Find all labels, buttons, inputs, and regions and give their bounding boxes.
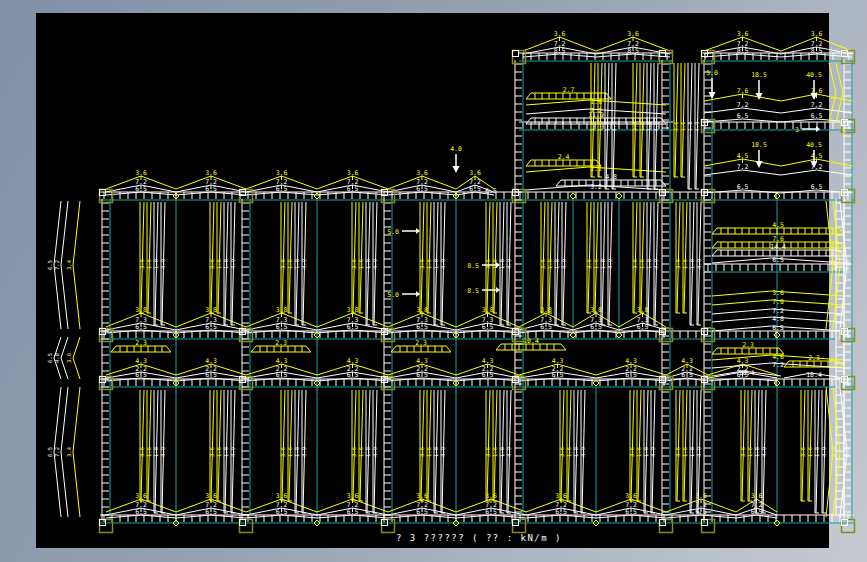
svg-text:10.4: 10.4: [806, 371, 822, 379]
svg-text:3.0: 3.0: [66, 353, 72, 363]
svg-text:8.5: 8.5: [627, 47, 639, 55]
svg-text:1.8: 1.8: [689, 259, 695, 269]
svg-text:6.5: 6.5: [135, 371, 147, 379]
svg-text:1.8: 1.8: [153, 447, 159, 457]
svg-text:7.2: 7.2: [737, 163, 749, 171]
svg-text:6.5: 6.5: [205, 508, 217, 516]
svg-text:4.5: 4.5: [772, 221, 784, 229]
svg-text:3.6: 3.6: [772, 289, 784, 297]
svg-text:3.6: 3.6: [280, 447, 286, 457]
svg-text:1.6: 1.6: [146, 447, 152, 457]
svg-text:1.6: 1.6: [216, 447, 222, 457]
svg-text:3.6: 3.6: [540, 259, 546, 269]
svg-text:3.6: 3.6: [675, 447, 681, 457]
svg-text:4.9: 4.9: [372, 447, 378, 457]
svg-text:1.6: 1.6: [747, 447, 753, 457]
svg-text:5.0: 5.0: [387, 228, 399, 236]
svg-text:4.6: 4.6: [772, 353, 784, 361]
svg-text:4.9: 4.9: [506, 259, 512, 269]
edge-load-envelope: 3.47.26.53.04.86.53.47.26.52.36.52.36.5: [47, 63, 850, 517]
svg-text:1.6: 1.6: [547, 259, 553, 269]
svg-text:40.5: 40.5: [806, 141, 822, 149]
svg-text:1.6: 1.6: [426, 259, 432, 269]
svg-text:4.9: 4.9: [650, 447, 656, 457]
svg-text:6.5: 6.5: [552, 371, 564, 379]
svg-text:6.5: 6.5: [205, 323, 217, 331]
svg-text:3.4: 3.4: [66, 446, 72, 457]
svg-text:3.6: 3.6: [559, 447, 565, 457]
svg-text:4.3: 4.3: [681, 357, 693, 365]
svg-text:3.6: 3.6: [590, 122, 596, 132]
svg-text:18.5: 18.5: [751, 71, 767, 79]
svg-text:2.3: 2.3: [135, 339, 147, 347]
svg-text:6.5: 6.5: [205, 371, 217, 379]
svg-text:1.8: 1.8: [600, 259, 606, 269]
svg-text:2.3: 2.3: [830, 447, 836, 457]
svg-text:3.6: 3.6: [811, 30, 823, 38]
svg-text:3.2: 3.2: [590, 183, 602, 191]
svg-text:3.6: 3.6: [469, 169, 481, 177]
svg-text:1.6: 1.6: [639, 259, 645, 269]
svg-text:7.2: 7.2: [737, 101, 749, 109]
load-envelope-hump: 3.63.63.63.63.63.67.27.27.27.27.27.26.56…: [106, 30, 852, 519]
svg-text:1.8: 1.8: [814, 447, 820, 457]
svg-text:4.9: 4.9: [821, 447, 827, 457]
svg-text:3.6: 3.6: [673, 122, 679, 132]
svg-text:6.5: 6.5: [347, 185, 359, 193]
svg-text:3.6: 3.6: [209, 259, 215, 269]
svg-text:3.6: 3.6: [485, 259, 491, 269]
svg-text:7.2: 7.2: [772, 361, 784, 369]
drawing-caption: ? 3 ?????? ( ?? : kN/m ): [396, 533, 562, 543]
svg-text:4.5: 4.5: [737, 152, 749, 160]
svg-text:6.5: 6.5: [625, 371, 637, 379]
svg-text:1.8: 1.8: [223, 259, 229, 269]
svg-text:6.5: 6.5: [737, 112, 749, 120]
svg-text:3.4: 3.4: [66, 259, 72, 270]
svg-text:8.5: 8.5: [554, 47, 566, 55]
svg-text:4.8: 4.8: [605, 173, 617, 181]
svg-text:1.6: 1.6: [358, 447, 364, 457]
svg-text:3.6: 3.6: [205, 169, 217, 177]
drawing-canvas[interactable]: 3.63.63.63.63.63.67.27.27.27.27.27.26.56…: [36, 13, 829, 548]
svg-text:3.8: 3.8: [416, 306, 428, 314]
svg-text:5: 5: [842, 127, 846, 135]
svg-text:2.3: 2.3: [275, 339, 287, 347]
svg-text:4.3: 4.3: [347, 357, 359, 365]
svg-text:7.2: 7.2: [772, 307, 784, 315]
svg-text:4.3: 4.3: [276, 357, 288, 365]
svg-text:1.8: 1.8: [754, 447, 760, 457]
svg-text:4.9: 4.9: [230, 259, 236, 269]
svg-text:1.6: 1.6: [680, 122, 686, 132]
svg-text:3.6: 3.6: [740, 447, 746, 457]
svg-text:3.6: 3.6: [351, 447, 357, 457]
svg-text:4.0: 4.0: [450, 145, 462, 153]
svg-text:4.9: 4.9: [506, 447, 512, 457]
svg-text:1.8: 1.8: [223, 447, 229, 457]
svg-text:3.6: 3.6: [135, 169, 147, 177]
svg-text:4.5: 4.5: [811, 152, 823, 160]
svg-text:1.6: 1.6: [682, 259, 688, 269]
svg-text:3.6: 3.6: [419, 259, 425, 269]
svg-text:3.6: 3.6: [632, 122, 638, 132]
svg-text:1.8: 1.8: [646, 122, 652, 132]
svg-text:6.5: 6.5: [276, 185, 288, 193]
svg-text:1.8: 1.8: [365, 447, 371, 457]
load-envelope-line: 1.67.22.23.26.53.67.07.24.86.54.67.210.4…: [526, 98, 844, 379]
svg-text:4.9: 4.9: [611, 122, 617, 132]
svg-text:4.9: 4.9: [301, 259, 307, 269]
svg-text:2.3: 2.3: [830, 260, 836, 270]
svg-text:6.5: 6.5: [276, 508, 288, 516]
svg-text:1.8: 1.8: [153, 259, 159, 269]
svg-text:1.8: 1.8: [365, 259, 371, 269]
svg-text:6.5: 6.5: [482, 323, 494, 331]
structural-load-diagram: 3.63.63.63.63.63.67.27.27.27.27.27.26.56…: [36, 13, 867, 562]
svg-text:3.6: 3.6: [351, 259, 357, 269]
svg-text:6.5: 6.5: [590, 323, 602, 331]
svg-text:2.7: 2.7: [563, 86, 575, 94]
svg-text:4.9: 4.9: [580, 447, 586, 457]
svg-text:7.2: 7.2: [54, 260, 60, 270]
svg-text:3.6: 3.6: [554, 30, 566, 38]
svg-text:4.9: 4.9: [561, 259, 567, 269]
svg-text:6.5: 6.5: [844, 260, 850, 270]
svg-text:3.6: 3.6: [800, 447, 806, 457]
